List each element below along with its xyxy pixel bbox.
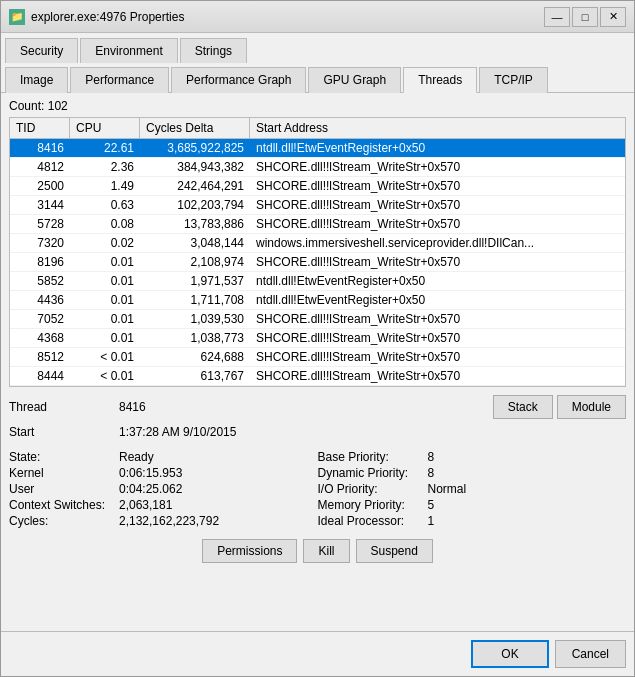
table-cell: 22.61 (70, 139, 140, 157)
col-header-cycles-delta[interactable]: Cycles Delta (140, 118, 250, 138)
tab-performance[interactable]: Performance (70, 67, 169, 93)
table-cell: 624,688 (140, 348, 250, 366)
table-cell: 5852 (10, 272, 70, 290)
table-row[interactable]: 44360.011,711,708ntdll.dll!EtwEventRegis… (10, 291, 625, 310)
title-bar-buttons: — □ ✕ (544, 7, 626, 27)
table-row[interactable]: 25001.49242,464,291SHCORE.dll!!lStream_W… (10, 177, 625, 196)
table-cell: 0.01 (70, 291, 140, 309)
table-cell: 0.63 (70, 196, 140, 214)
detail-pair: Dynamic Priority:8 (318, 465, 627, 481)
cancel-button[interactable]: Cancel (555, 640, 626, 668)
detail-pair: Context Switches:2,063,181 (9, 497, 318, 513)
detail-pair: I/O Priority:Normal (318, 481, 627, 497)
detail-value: 1 (428, 514, 435, 528)
table-cell: 613,767 (140, 367, 250, 385)
table-cell: 1,038,773 (140, 329, 250, 347)
table-row[interactable]: 841622.613,685,922,825ntdll.dll!EtwEvent… (10, 139, 625, 158)
table-row[interactable]: 43680.011,038,773SHCORE.dll!!lStream_Wri… (10, 329, 625, 348)
details-grid: State:ReadyKernel0:06:15.953User0:04:25.… (9, 449, 626, 529)
table-cell: 7320 (10, 234, 70, 252)
table-cell: windows.immersiveshell.serviceprovider.d… (250, 234, 625, 252)
table-cell: < 0.01 (70, 367, 140, 385)
col-header-tid[interactable]: TID (10, 118, 70, 138)
table-row[interactable]: 81960.012,108,974SHCORE.dll!!lStream_Wri… (10, 253, 625, 272)
suspend-button[interactable]: Suspend (356, 539, 433, 563)
kill-button[interactable]: Kill (303, 539, 349, 563)
detail-value: 2,063,181 (119, 498, 172, 512)
table-row[interactable]: 58520.011,971,537ntdll.dll!EtwEventRegis… (10, 272, 625, 291)
table-cell: 4436 (10, 291, 70, 309)
detail-pair: Kernel0:06:15.953 (9, 465, 318, 481)
tab-performance-graph[interactable]: Performance Graph (171, 67, 306, 93)
tab-environment[interactable]: Environment (80, 38, 177, 63)
detail-pair: User0:04:25.062 (9, 481, 318, 497)
table-cell: 3,685,922,825 (140, 139, 250, 157)
detail-value: 2,132,162,223,792 (119, 514, 219, 528)
module-button[interactable]: Module (557, 395, 626, 419)
action-buttons-row: Permissions Kill Suspend (9, 539, 626, 563)
window-icon: 📁 (9, 9, 25, 25)
detail-label: Dynamic Priority: (318, 466, 428, 480)
table-cell: 3144 (10, 196, 70, 214)
detail-label: Memory Priority: (318, 498, 428, 512)
threads-table: TIDCPUCycles DeltaStart Address 841622.6… (9, 117, 626, 387)
table-cell: ntdll.dll!EtwEventRegister+0x50 (250, 139, 625, 157)
tab-security[interactable]: Security (5, 38, 78, 63)
detail-value: Ready (119, 450, 154, 464)
start-value: 1:37:28 AM 9/10/2015 (119, 425, 236, 439)
tab-image[interactable]: Image (5, 67, 68, 93)
table-cell: 1,711,708 (140, 291, 250, 309)
table-cell: 384,943,382 (140, 158, 250, 176)
table-cell: 242,464,291 (140, 177, 250, 195)
start-label: Start (9, 425, 119, 439)
table-body[interactable]: 841622.613,685,922,825ntdll.dll!EtwEvent… (10, 139, 625, 386)
thread-details: Thread 8416 Stack Module Start 1:37:28 A… (9, 395, 626, 529)
close-button[interactable]: ✕ (600, 7, 626, 27)
permissions-button[interactable]: Permissions (202, 539, 297, 563)
tab-tcp/ip[interactable]: TCP/IP (479, 67, 548, 93)
detail-pair: Ideal Processor:1 (318, 513, 627, 529)
detail-pair: State:Ready (9, 449, 318, 465)
table-cell: 0.01 (70, 253, 140, 271)
table-row[interactable]: 73200.023,048,144windows.immersiveshell.… (10, 234, 625, 253)
table-cell: 4368 (10, 329, 70, 347)
table-cell: 3,048,144 (140, 234, 250, 252)
title-bar: 📁 explorer.exe:4976 Properties — □ ✕ (1, 1, 634, 33)
table-cell: 0.02 (70, 234, 140, 252)
minimize-button[interactable]: — (544, 7, 570, 27)
detail-value: 8 (428, 450, 435, 464)
table-cell: SHCORE.dll!!lStream_WriteStr+0x570 (250, 253, 625, 271)
detail-label: Ideal Processor: (318, 514, 428, 528)
table-cell: 13,783,886 (140, 215, 250, 233)
count-label: Count: (9, 99, 44, 113)
col-header-start-address[interactable]: Start Address (250, 118, 625, 138)
table-cell: 1,039,530 (140, 310, 250, 328)
table-cell: SHCORE.dll!!lStream_WriteStr+0x570 (250, 158, 625, 176)
table-cell: SHCORE.dll!!lStream_WriteStr+0x570 (250, 177, 625, 195)
table-row[interactable]: 70520.011,039,530SHCORE.dll!!lStream_Wri… (10, 310, 625, 329)
ok-button[interactable]: OK (471, 640, 548, 668)
tab-gpu-graph[interactable]: GPU Graph (308, 67, 401, 93)
table-cell: 5728 (10, 215, 70, 233)
tab-threads[interactable]: Threads (403, 67, 477, 93)
tab-strings[interactable]: Strings (180, 38, 247, 63)
table-row[interactable]: 48122.36384,943,382SHCORE.dll!!lStream_W… (10, 158, 625, 177)
maximize-button[interactable]: □ (572, 7, 598, 27)
detail-value: Normal (428, 482, 467, 496)
window-title: explorer.exe:4976 Properties (31, 10, 544, 24)
main-content: Count: 102 TIDCPUCycles DeltaStart Addre… (1, 93, 634, 631)
table-cell: < 0.01 (70, 348, 140, 366)
main-window: 📁 explorer.exe:4976 Properties — □ ✕ Sec… (0, 0, 635, 677)
table-cell: SHCORE.dll!!lStream_WriteStr+0x570 (250, 348, 625, 366)
table-cell: SHCORE.dll!!lStream_WriteStr+0x570 (250, 367, 625, 385)
table-cell: SHCORE.dll!!lStream_WriteStr+0x570 (250, 310, 625, 328)
stack-button[interactable]: Stack (493, 395, 553, 419)
table-cell: 0.01 (70, 310, 140, 328)
detail-label: Kernel (9, 466, 119, 480)
count-row: Count: 102 (9, 99, 626, 113)
table-row[interactable]: 8444< 0.01613,767SHCORE.dll!!lStream_Wri… (10, 367, 625, 386)
table-row[interactable]: 8512< 0.01624,688SHCORE.dll!!lStream_Wri… (10, 348, 625, 367)
table-row[interactable]: 31440.63102,203,794SHCORE.dll!!lStream_W… (10, 196, 625, 215)
col-header-cpu[interactable]: CPU (70, 118, 140, 138)
table-row[interactable]: 57280.0813,783,886SHCORE.dll!!lStream_Wr… (10, 215, 625, 234)
